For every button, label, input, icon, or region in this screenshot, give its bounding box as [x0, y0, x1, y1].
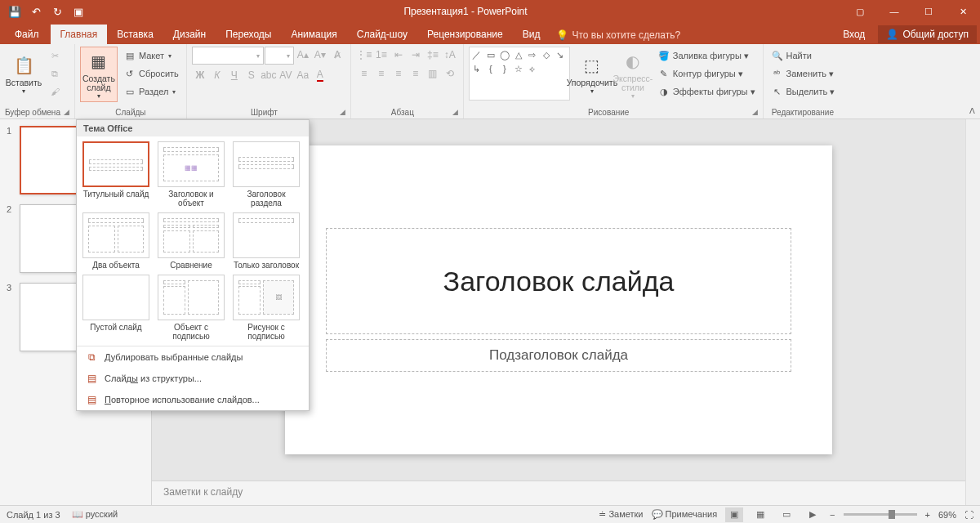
fit-to-window-icon[interactable]: ⛶	[964, 510, 973, 520]
layout-title-slide[interactable]: Титульный слайд	[82, 141, 150, 208]
shape-callout-icon[interactable]: ⟡	[527, 63, 538, 74]
reset-button[interactable]: ↺Сбросить	[121, 65, 181, 83]
tab-file[interactable]: Файл	[3, 25, 51, 44]
zoom-slider[interactable]	[844, 513, 917, 516]
shape-line-icon[interactable]: ／	[471, 49, 483, 60]
increase-indent-icon[interactable]: ⇥	[408, 47, 424, 63]
bold-icon[interactable]: Ж	[192, 67, 208, 83]
tab-transitions[interactable]: Переходы	[216, 25, 281, 44]
shape-brace-icon[interactable]: {	[485, 63, 497, 74]
shape-effects-button[interactable]: ◑Эффекты фигуры ▾	[655, 83, 758, 101]
tell-me-search[interactable]: 💡 Что вы хотите сделать?	[550, 26, 687, 44]
dialog-launcher-icon[interactable]: ◢	[752, 108, 758, 116]
login-link[interactable]: Вход	[836, 25, 871, 44]
title-placeholder[interactable]: Заголовок слайда	[326, 228, 791, 334]
underline-icon[interactable]: Ч	[226, 67, 243, 83]
copy-button[interactable]: ⧉	[46, 65, 64, 83]
ribbon-options-icon[interactable]: ▢	[843, 0, 877, 23]
shape-star-icon[interactable]: ☆	[513, 63, 524, 74]
paste-button[interactable]: 📋 Вставить ▾	[5, 47, 42, 102]
minimize-icon[interactable]: —	[877, 0, 911, 23]
format-painter-button[interactable]: 🖌	[46, 83, 64, 101]
shape-arrow-icon[interactable]: ⇨	[527, 49, 538, 60]
align-right-icon[interactable]: ≡	[390, 65, 407, 82]
cut-button[interactable]: ✂	[46, 47, 64, 65]
layout-button[interactable]: ▤Макет ▾	[121, 47, 181, 65]
clear-formatting-icon[interactable]: A̷	[329, 47, 345, 63]
language-indicator[interactable]: 📖 русский	[72, 509, 118, 520]
maximize-icon[interactable]: ☐	[911, 0, 946, 23]
char-spacing-icon[interactable]: AV	[278, 67, 294, 83]
dialog-launcher-icon[interactable]: ◢	[452, 108, 458, 116]
shape-rect-icon[interactable]: ▭	[485, 49, 497, 60]
collapse-ribbon-icon[interactable]: ᐱ	[969, 106, 975, 115]
line-spacing-icon[interactable]: ‡≡	[425, 47, 441, 63]
shape-triangle-icon[interactable]: △	[513, 49, 524, 60]
numbering-icon[interactable]: 1≡	[373, 47, 390, 63]
comments-toggle[interactable]: 💬 Примечания	[652, 509, 718, 520]
redo-icon[interactable]: ↻	[47, 2, 67, 21]
font-color-icon[interactable]: A	[312, 67, 328, 83]
columns-icon[interactable]: ▥	[425, 65, 441, 82]
save-icon[interactable]: 💾	[5, 2, 24, 21]
shape-outline-button[interactable]: ✎Контур фигуры ▾	[655, 65, 758, 83]
align-left-icon[interactable]: ≡	[356, 65, 372, 82]
share-button[interactable]: 👤 Общий доступ	[878, 25, 977, 43]
slides-from-outline-command[interactable]: ▤Слайды из структуры...	[77, 368, 309, 389]
zoom-out-icon[interactable]: −	[830, 510, 835, 520]
smartart-icon[interactable]: ⟲	[442, 65, 458, 82]
undo-icon[interactable]: ↶	[26, 2, 46, 21]
zoom-level[interactable]: 69%	[938, 510, 956, 520]
tab-insert[interactable]: Вставка	[107, 25, 163, 44]
arrange-button[interactable]: ⬚ Упорядочить ▾	[573, 47, 611, 102]
notes-pane[interactable]: Заметки к слайду	[152, 481, 965, 505]
dialog-launcher-icon[interactable]: ◢	[64, 108, 69, 116]
subtitle-placeholder[interactable]: Подзаголовок слайда	[326, 339, 791, 372]
layout-two-content[interactable]: Два объекта	[82, 212, 150, 270]
tab-animations[interactable]: Анимация	[281, 25, 346, 44]
shape-fill-button[interactable]: 🪣Заливка фигуры ▾	[655, 47, 758, 65]
slideshow-view-icon[interactable]: ▶	[804, 507, 822, 522]
justify-icon[interactable]: ≡	[408, 65, 424, 82]
font-family-combo[interactable]: ▾	[192, 47, 264, 65]
layout-content-caption[interactable]: Объект с подписью	[157, 275, 225, 341]
layout-title-only[interactable]: Только заголовок	[232, 212, 301, 270]
reuse-slides-command[interactable]: ▤Повторное использование слайдов...	[77, 389, 309, 410]
new-slide-button[interactable]: ▦ Создать слайд ▾	[80, 47, 118, 102]
tab-review[interactable]: Рецензирование	[417, 25, 513, 44]
shape-diamond-icon[interactable]: ◇	[541, 49, 552, 60]
shadow-icon[interactable]: abc	[261, 67, 277, 83]
decrease-font-icon[interactable]: A▾	[312, 47, 328, 63]
layout-picture-caption[interactable]: 🖼 Рисунок с подписью	[232, 275, 301, 341]
sorter-view-icon[interactable]: ▦	[751, 507, 769, 522]
tab-slideshow[interactable]: Слайд-шоу	[347, 25, 417, 44]
align-center-icon[interactable]: ≡	[373, 65, 390, 82]
shape-ellipse-icon[interactable]: ◯	[499, 49, 510, 60]
close-icon[interactable]: ✕	[946, 0, 980, 23]
vertical-scrollbar[interactable]	[965, 119, 980, 505]
layout-section-header[interactable]: Заголовок раздела	[232, 141, 301, 208]
decrease-indent-icon[interactable]: ⇤	[390, 47, 407, 63]
notes-toggle[interactable]: ≐ Заметки	[599, 509, 643, 520]
shape-connector-icon[interactable]: ↳	[471, 63, 483, 74]
layout-blank[interactable]: Пустой слайд	[82, 275, 150, 341]
font-size-combo[interactable]: ▾	[265, 47, 294, 65]
increase-font-icon[interactable]: A▴	[295, 47, 311, 63]
italic-icon[interactable]: К	[209, 67, 225, 83]
shapes-gallery[interactable]: ／ ▭ ◯ △ ⇨ ◇ ↘ ↳ { } ☆ ⟡	[469, 47, 570, 101]
replace-button[interactable]: ᵃᵇЗаменить ▾	[768, 65, 838, 83]
dialog-launcher-icon[interactable]: ◢	[340, 108, 345, 116]
find-button[interactable]: 🔍Найти	[768, 47, 838, 65]
reading-view-icon[interactable]: ▭	[777, 507, 795, 522]
strikethrough-icon[interactable]: S	[243, 67, 260, 83]
shape-brace2-icon[interactable]: }	[499, 63, 510, 74]
select-button[interactable]: ↖Выделить ▾	[768, 83, 838, 101]
shape-line2-icon[interactable]: ↘	[555, 49, 566, 60]
tab-view[interactable]: Вид	[513, 25, 550, 44]
quick-styles-button[interactable]: ◐ Экспресс- стили ▾	[614, 47, 652, 102]
section-button[interactable]: ▭Раздел ▾	[121, 83, 181, 101]
bullets-icon[interactable]: ⋮≡	[356, 47, 372, 63]
tab-home[interactable]: Главная	[51, 25, 108, 44]
layout-comparison[interactable]: Сравнение	[157, 212, 225, 270]
layout-title-content[interactable]: ▦▦ Заголовок и объект	[157, 141, 225, 208]
